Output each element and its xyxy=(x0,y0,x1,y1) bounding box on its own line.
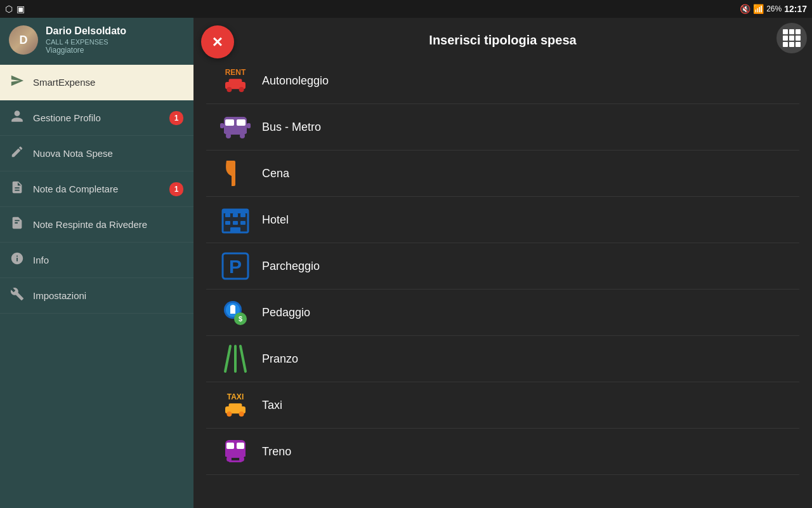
sidebar-item-impostazioni[interactable]: Impostazioni xyxy=(0,278,193,314)
document2-icon xyxy=(10,216,28,233)
photo-icon: ▣ xyxy=(16,4,25,14)
svg-rect-10 xyxy=(220,123,224,128)
svg-rect-19 xyxy=(233,221,238,225)
parking-icon: P xyxy=(220,251,251,281)
sidebar-item-gestione-profilo[interactable]: Gestione Profilo 1 xyxy=(0,100,193,136)
expense-item-autonoleggio[interactable]: RENT Autonoleggio xyxy=(206,58,799,104)
svg-rect-20 xyxy=(240,221,246,225)
sidebar-label-info: Info xyxy=(33,255,183,265)
dialog-title: Inserisci tipologia spesa xyxy=(193,18,812,58)
bus-icon xyxy=(220,112,251,142)
svg-rect-33 xyxy=(229,403,242,410)
edit-icon xyxy=(10,145,28,162)
parcheggio-icon-container: P xyxy=(216,250,254,283)
sidebar-item-note-respinte[interactable]: Note Respinte da Rivedere xyxy=(0,207,193,243)
app-container: D Dario Delsoldato CALL 4 EXPENSES Viagg… xyxy=(0,18,812,508)
pedaggio-icon-container: $ xyxy=(216,296,254,329)
expense-type-dialog: Inserisci tipologia spesa RENT xyxy=(193,18,812,508)
wrench-icon xyxy=(10,287,28,304)
autonoleggio-label: Autonoleggio xyxy=(262,74,329,88)
rent-icon: RENT xyxy=(223,69,248,93)
sidebar-item-info[interactable]: Info xyxy=(0,243,193,278)
taxi-icon: TAXI xyxy=(223,393,248,417)
svg-rect-16 xyxy=(233,213,238,217)
pedaggio-label: Pedaggio xyxy=(262,306,310,319)
svg-rect-17 xyxy=(240,213,246,217)
svg-rect-6 xyxy=(237,119,246,126)
treno-icon xyxy=(220,436,251,467)
sidebar-item-smart-expense[interactable]: SmartExpense xyxy=(0,65,193,100)
expense-item-parcheggio[interactable]: P Parcheggio xyxy=(206,243,799,290)
pranzo-icon-container xyxy=(216,342,254,375)
mute-icon: 🔇 xyxy=(740,4,750,14)
expense-list: RENT Autonoleggio xyxy=(193,58,812,508)
svg-line-29 xyxy=(225,346,230,371)
svg-rect-11 xyxy=(247,123,251,128)
svg-point-8 xyxy=(226,133,231,138)
parcheggio-label: Parcheggio xyxy=(262,260,320,273)
avatar: D xyxy=(9,25,38,55)
sidebar-app-name: CALL 4 EXPENSES xyxy=(46,38,126,46)
sidebar-label-note-da-completare: Note da Completare xyxy=(33,184,169,194)
apps-grid-button[interactable] xyxy=(776,23,807,53)
sidebar-username: Dario Delsoldato xyxy=(46,25,126,37)
sidebar-label-gestione-profilo: Gestione Profilo xyxy=(33,112,169,123)
svg-line-30 xyxy=(240,346,246,371)
sidebar: D Dario Delsoldato CALL 4 EXPENSES Viagg… xyxy=(0,18,193,508)
svg-rect-7 xyxy=(224,131,247,133)
expense-item-treno[interactable]: Treno xyxy=(206,429,799,475)
person-icon xyxy=(10,109,28,126)
sidebar-header: D Dario Delsoldato CALL 4 EXPENSES Viagg… xyxy=(0,18,193,62)
sidebar-role: Viaggiatore xyxy=(46,46,126,55)
autonoleggio-icon-container: RENT xyxy=(216,64,254,97)
send-icon xyxy=(10,74,28,91)
taxi-icon-container: TAXI xyxy=(216,389,254,422)
svg-rect-22 xyxy=(223,210,248,213)
expense-item-hotel[interactable]: Hotel xyxy=(206,197,799,243)
note-completare-badge: 1 xyxy=(169,182,183,196)
hotel-icon-container xyxy=(216,203,254,236)
expense-item-pedaggio[interactable]: $ Pedaggio xyxy=(206,290,799,336)
bus-metro-icon-container xyxy=(216,110,254,144)
treno-icon-container xyxy=(216,435,254,468)
hotel-icon xyxy=(220,204,251,235)
main-content: × Inserisci tipologia spesa RENT xyxy=(193,18,812,508)
svg-rect-42 xyxy=(229,460,242,462)
svg-rect-1 xyxy=(229,79,242,85)
bus-metro-label: Bus - Metro xyxy=(262,121,321,134)
svg-point-34 xyxy=(226,411,232,417)
taxi-label: Taxi xyxy=(262,399,282,412)
treno-label: Treno xyxy=(262,445,291,458)
svg-point-35 xyxy=(239,411,244,417)
svg-point-3 xyxy=(239,87,244,92)
cena-label: Cena xyxy=(262,167,289,180)
svg-rect-39 xyxy=(225,454,246,457)
usb-icon: ⬡ xyxy=(5,4,13,14)
battery-level: 26% xyxy=(766,4,782,13)
svg-rect-18 xyxy=(225,221,230,225)
info-icon xyxy=(10,251,28,269)
expense-item-taxi[interactable]: TAXI Taxi xyxy=(206,382,799,429)
gestione-profilo-badge: 1 xyxy=(169,111,183,125)
svg-text:$: $ xyxy=(239,315,242,323)
time-display: 12:17 xyxy=(784,4,807,14)
sidebar-label-note-respinte: Note Respinte da Rivedere xyxy=(33,219,183,230)
sidebar-item-note-da-completare[interactable]: Note da Completare 1 xyxy=(0,171,193,207)
avatar-image: D xyxy=(9,25,38,55)
sidebar-item-nuova-nota-spese[interactable]: Nuova Nota Spese xyxy=(0,136,193,171)
sidebar-label-nuova-nota-spese: Nuova Nota Spese xyxy=(33,148,183,159)
expense-item-bus-metro[interactable]: Bus - Metro xyxy=(206,104,799,150)
cena-icon-container xyxy=(216,157,254,190)
svg-text:P: P xyxy=(229,256,242,277)
hotel-label: Hotel xyxy=(262,213,289,227)
pranzo-label: Pranzo xyxy=(262,352,298,366)
sidebar-user-info: Dario Delsoldato CALL 4 EXPENSES Viaggia… xyxy=(46,25,126,55)
svg-rect-15 xyxy=(225,213,230,217)
svg-rect-21 xyxy=(230,227,240,232)
sidebar-label-impostazioni: Impostazioni xyxy=(33,290,183,301)
close-button[interactable]: × xyxy=(201,25,234,58)
expense-item-cena[interactable]: Cena xyxy=(206,150,799,197)
expense-item-pranzo[interactable]: Pranzo xyxy=(206,336,799,382)
close-icon: × xyxy=(213,33,223,51)
svg-rect-38 xyxy=(237,443,244,449)
